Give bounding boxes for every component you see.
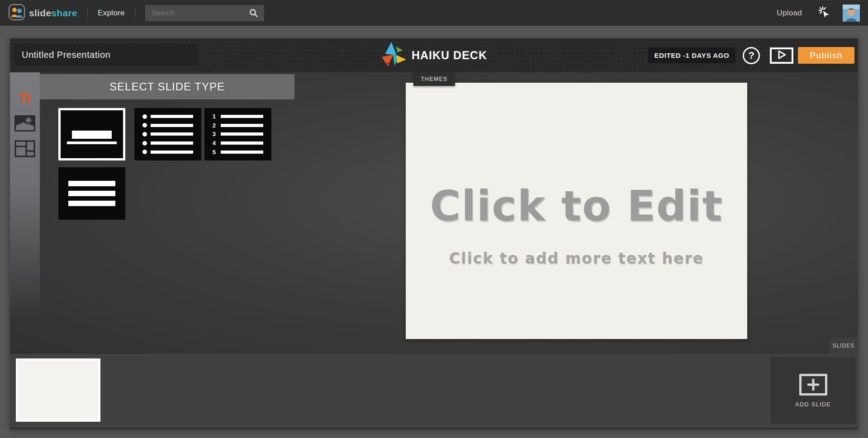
subtitle-bar-shape (67, 141, 117, 144)
layout-tool-icon (14, 140, 35, 159)
slide-type-title[interactable] (58, 108, 125, 160)
slide-canvas[interactable]: Click to Edit Click to add more text her… (406, 83, 747, 339)
topbar-divider (135, 8, 135, 19)
tool-rail: Tt (10, 72, 40, 319)
publish-button[interactable]: Publish (798, 47, 854, 64)
presentation-title-input[interactable] (14, 43, 198, 66)
play-preview-button[interactable] (770, 47, 793, 64)
haiku-deck-editor: HAIKU DECK EDITED -1 DAYS AGO ? Publish … (10, 38, 858, 429)
topbar-divider (87, 8, 88, 19)
themes-tab[interactable]: THEMES (413, 72, 455, 86)
editor-workspace: Tt (10, 72, 858, 354)
editor-header-actions: EDITED -1 DAYS AGO ? Publish (648, 38, 854, 72)
play-icon (776, 49, 787, 62)
slide-thumbnail-1[interactable] (16, 358, 100, 422)
search-input[interactable] (145, 9, 249, 17)
explore-link[interactable]: Explore (98, 9, 125, 18)
slides-tray-tab[interactable]: SLIDES (829, 338, 858, 354)
topbar-right-group: Upload (777, 5, 860, 22)
search-box (145, 5, 264, 21)
add-slide-plus-icon (799, 374, 827, 396)
slideshare-topbar: slideshare Explore Upload (0, 0, 868, 26)
upload-link[interactable]: Upload (777, 9, 802, 18)
add-slide-button[interactable]: ADD SLIDE (770, 357, 856, 424)
help-button[interactable]: ? (743, 47, 760, 64)
select-slide-type-header: SELECT SLIDE TYPE (40, 74, 294, 99)
origami-crane-icon (381, 42, 407, 69)
search-icon[interactable] (249, 8, 259, 18)
slides-filmstrip: ADD SLIDE (10, 354, 858, 429)
text-tool-button[interactable]: Tt (10, 90, 40, 106)
slide-subtitle-placeholder[interactable]: Click to add more text here (449, 250, 704, 267)
slide-type-numbered[interactable]: 1 2 3 4 5 (204, 108, 271, 160)
layout-tool-button[interactable] (10, 140, 40, 159)
slide-type-paragraph[interactable] (58, 167, 125, 220)
image-tool-icon (14, 115, 35, 133)
slideshare-logo-icon (8, 4, 25, 23)
slide-type-bullets[interactable] (134, 108, 201, 160)
slide-title-placeholder[interactable]: Click to Edit (430, 182, 723, 231)
editor-header: HAIKU DECK EDITED -1 DAYS AGO ? Publish (10, 38, 858, 72)
image-tool-button[interactable] (10, 115, 40, 133)
slideshare-wordmark: slideshare (29, 8, 77, 19)
title-bar-shape (72, 131, 112, 139)
edited-status-badge: EDITED -1 DAYS AGO (648, 47, 736, 63)
magic-click-icon[interactable] (818, 6, 831, 20)
haiku-deck-editor-page: slideshare Explore Upload (0, 0, 868, 438)
user-avatar[interactable] (843, 5, 860, 22)
haiku-deck-wordmark: HAIKU DECK (412, 49, 487, 62)
slideshare-logo[interactable]: slideshare (8, 4, 77, 23)
